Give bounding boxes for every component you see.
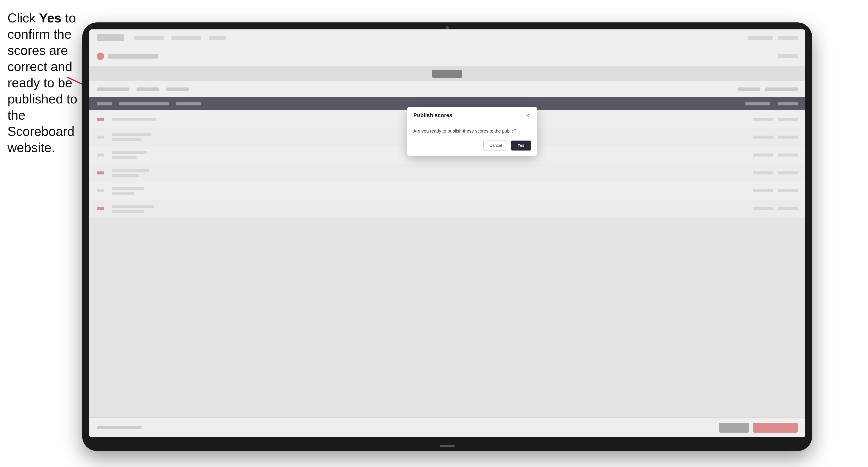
modal-message: Are you ready to publish these scores to…	[413, 128, 531, 134]
yes-button[interactable]: Yes	[511, 141, 531, 151]
instruction-bold: Yes	[39, 11, 62, 25]
modal-overlay: Publish scores × Are you ready to publis…	[89, 29, 805, 437]
instruction-suffix: to confirm the scores are correct and re…	[7, 11, 77, 155]
modal-title: Publish scores	[413, 112, 453, 119]
modal-header: Publish scores ×	[407, 107, 537, 123]
modal-body: Are you ready to publish these scores to…	[407, 123, 537, 141]
tablet-device: Publish scores × Are you ready to publis…	[82, 23, 812, 451]
tablet-home-button	[440, 445, 455, 447]
publish-scores-modal: Publish scores × Are you ready to publis…	[407, 107, 537, 156]
tablet-camera	[445, 26, 449, 29]
instruction-text: Click Yes to confirm the scores are corr…	[7, 10, 80, 156]
modal-close-button[interactable]: ×	[524, 112, 531, 119]
cancel-button[interactable]: Cancel	[483, 141, 508, 151]
tablet-screen: Publish scores × Are you ready to publis…	[89, 29, 805, 437]
modal-footer: Cancel Yes	[407, 141, 537, 156]
instruction-prefix: Click	[7, 11, 39, 25]
